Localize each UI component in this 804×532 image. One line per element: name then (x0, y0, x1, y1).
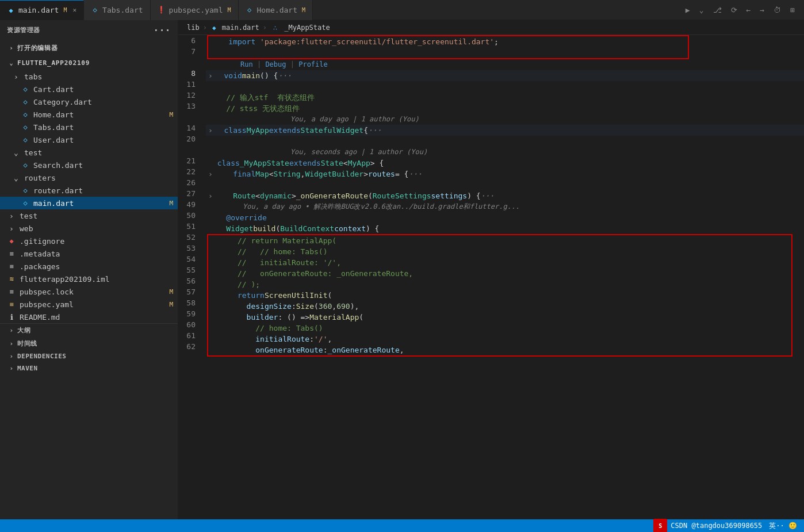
ln-51: 51 (178, 221, 200, 232)
tab-close-main-dart[interactable]: ✕ (72, 6, 76, 14)
run-dropdown[interactable]: ⌄ (697, 5, 706, 16)
run-label[interactable]: Run (240, 59, 253, 70)
open-editors-chevron: › (7, 44, 16, 52)
timeline-section[interactable]: › 时间线 (0, 337, 178, 350)
layout-button[interactable]: ⊞ (788, 5, 797, 16)
readme-file-icon: ℹ (7, 313, 16, 322)
tab-label-pubspec-yaml: pubspec.yaml (169, 6, 223, 14)
iml-file-icon: ≋ (7, 275, 16, 283)
code-line-12: // 输入stf 有状态组件 (206, 92, 804, 103)
code-line-49: You, a day ago • 解决昨晚BUG改v2.0.6改an../bui… (206, 201, 804, 212)
sidebar-menu-button[interactable]: ··· (154, 25, 171, 36)
debug-label[interactable]: Debug (265, 59, 286, 70)
sidebar-item-category[interactable]: ◇ Category.dart (0, 95, 178, 108)
tab-tabs-dart[interactable]: ◇ Tabs.dart (84, 0, 150, 20)
ln-11: 11 (178, 79, 200, 90)
sidebar-item-flutterapp-iml[interactable]: ≋ flutterapp202109.iml (0, 273, 178, 285)
git-blame-1: You, a day ago | 1 author (You) (206, 114, 804, 125)
sidebar-item-routers-folder[interactable]: ⌄ routers (0, 171, 178, 184)
sidebar-item-test-folder[interactable]: ⌄ test (0, 146, 178, 159)
code-line-54: // initialRoute: '/', (208, 257, 791, 268)
sidebar-item-metadata[interactable]: ≡ .metadata (0, 247, 178, 260)
profile-label[interactable]: Profile (298, 59, 328, 70)
sidebar-item-web[interactable]: › web (0, 222, 178, 235)
editor-content[interactable]: 6 7 8 11 12 13 14 20 21 22 26 27 49 5 (178, 35, 804, 519)
warning-icon: ❗ (158, 6, 166, 14)
file-label-tabs: Tabs.dart (33, 123, 74, 132)
sync-button[interactable]: ⟳ (729, 5, 740, 16)
dart-file-icon-4: ◇ (21, 123, 30, 131)
back-button[interactable]: ← (744, 5, 753, 16)
outline-section[interactable]: › 大纲 (0, 324, 178, 337)
branch-button[interactable]: ⎇ (711, 5, 724, 16)
ln-hint3 (178, 144, 200, 155)
file-label-gitignore: .gitignore (20, 237, 64, 246)
folder-label-web: web (20, 224, 33, 233)
ln-59: 59 (178, 308, 200, 319)
tab-main-dart[interactable]: ◆ main.dart M ✕ (0, 0, 84, 20)
dart-file-icon: ◇ (21, 85, 30, 93)
sidebar-item-tabs-file[interactable]: ◇ Tabs.dart (0, 121, 178, 133)
tab-pubspec-yaml[interactable]: ❗ pubspec.yaml M (151, 0, 239, 20)
sidebar-item-home[interactable]: ◇ Home.dart M (0, 108, 178, 121)
code-line-8: › void main() { ··· (206, 70, 804, 81)
code-line-53: // // home: Tabs() (208, 246, 791, 257)
sidebar-item-router[interactable]: ◇ router.dart (0, 184, 178, 197)
tab-bar: ◆ main.dart M ✕ ◇ Tabs.dart ❗ pubspec.ya… (0, 0, 804, 20)
project-section[interactable]: ⌄ FLUTTER_APP202109 (0, 56, 178, 70)
ln-20: 20 (178, 133, 200, 144)
ln-57: 57 (178, 286, 200, 297)
file-label-readme: README.md (20, 313, 60, 322)
sidebar-item-packages[interactable]: ≡ .packages (0, 260, 178, 273)
file-label-search: Search.dart (33, 161, 83, 170)
sidebar-item-test2[interactable]: › test (0, 209, 178, 222)
fold-arrow-8[interactable]: › (208, 70, 213, 81)
fold-arrow-27[interactable]: › (208, 190, 213, 201)
history-button[interactable]: ⏱ (771, 5, 783, 16)
tab-label-tabs-dart: Tabs.dart (102, 6, 143, 14)
sidebar-item-search[interactable]: ◇ Search.dart (0, 159, 178, 171)
sidebar-item-readme[interactable]: ℹ README.md (0, 311, 178, 323)
tab-modified-main-dart: M (63, 7, 67, 13)
forward-button[interactable]: → (757, 5, 767, 16)
sidebar-item-main[interactable]: ◇ main.dart M (0, 197, 178, 209)
ln-26: 26 (178, 177, 200, 188)
code-line-21: class _MyAppState extends State<MyApp> { (206, 158, 804, 169)
file-label-iml: flutterapp202109.iml (20, 275, 110, 284)
tab-modified-pubspec: M (227, 7, 231, 13)
meta-file-icon: ≡ (7, 250, 16, 258)
outline-chevron: › (7, 327, 16, 334)
sidebar-header: 资源管理器 ··· (0, 20, 178, 40)
code-line-6: import 'package:flutter_screenutil/flutt… (208, 36, 688, 47)
open-editors-label: 打开的编辑器 (17, 44, 58, 52)
breadcrumb-myappstate[interactable]: ⛬ _MyAppState (270, 24, 330, 32)
maven-section[interactable]: › MAVEN (0, 362, 178, 374)
sidebar-item-pubspec-lock[interactable]: ≡ pubspec.lock M (0, 285, 178, 298)
yaml-file-icon: ≡ (7, 300, 16, 308)
breadcrumb-main-dart[interactable]: ◆ main.dart (210, 24, 259, 32)
line-numbers: 6 7 8 11 12 13 14 20 21 22 26 27 49 5 (178, 35, 206, 357)
ln-hint1 (178, 57, 200, 68)
tab-home-dart[interactable]: ◇ Home.dart M (239, 0, 313, 20)
open-editors-section[interactable]: › 打开的编辑器 (0, 40, 178, 56)
sidebar-item-tabs-folder[interactable]: › tabs (0, 70, 178, 83)
fold-arrow-14[interactable]: › (208, 125, 213, 136)
sidebar-title: 资源管理器 (7, 26, 40, 35)
dependencies-section[interactable]: › DEPENDENCIES (0, 350, 178, 362)
main-modified-badge: M (169, 200, 173, 207)
highlight-box-1-end (207, 47, 689, 59)
sidebar-item-pubspec-yaml[interactable]: ≡ pubspec.yaml M (0, 298, 178, 311)
sidebar-item-cart[interactable]: ◇ Cart.dart (0, 83, 178, 95)
file-label-user: User.dart (33, 136, 74, 144)
ln-7: 7 (178, 46, 200, 57)
ln-50: 50 (178, 210, 200, 221)
breadcrumb-lib[interactable]: lib (187, 24, 200, 32)
folder-chevron-test: ⌄ (12, 148, 21, 157)
run-button[interactable]: ▶ (683, 5, 692, 16)
file-label-pubspec-lock: pubspec.lock (20, 288, 74, 296)
code-line-56: // ); (208, 279, 791, 290)
sidebar-item-gitignore[interactable]: ◆ .gitignore (0, 235, 178, 247)
ln-27: 27 (178, 188, 200, 199)
fold-arrow-22[interactable]: › (208, 169, 213, 179)
sidebar-item-user[interactable]: ◇ User.dart (0, 133, 178, 146)
